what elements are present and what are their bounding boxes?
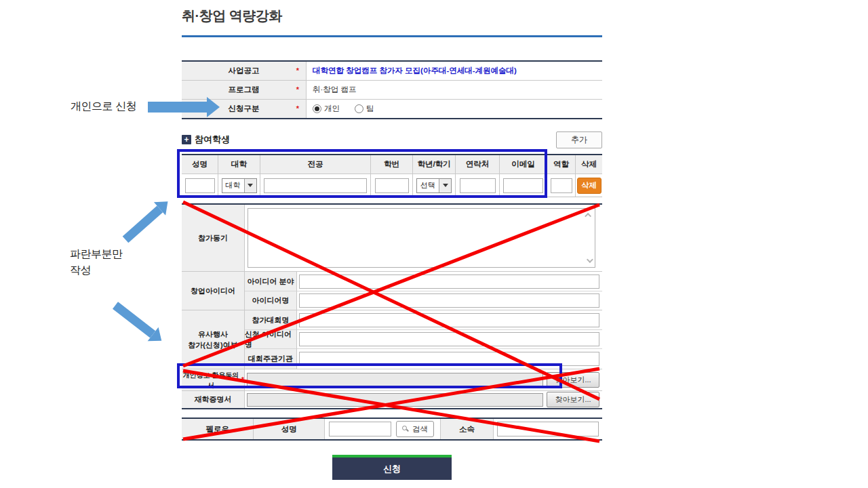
privacy-consent-file-input[interactable] [247, 373, 543, 388]
privacy-browse-button[interactable]: 찾아보기... [547, 372, 599, 388]
privacy-consent-row: 개인정보 활용동의서 * 찾아보기... [182, 369, 602, 390]
enrollment-cert-label: 재학증명서 [182, 391, 245, 408]
add-student-button[interactable]: 추가 [556, 131, 602, 148]
note-apply-as-individual: 개인으로 신청 [71, 100, 136, 114]
student-major-input[interactable] [264, 178, 367, 193]
student-id-cell [370, 174, 412, 197]
student-name-input[interactable] [185, 178, 215, 193]
university-select-value: 대학 [222, 179, 244, 192]
startup-idea-group: 창업아이디어 아이디어 분야 아이디어명 [182, 271, 602, 310]
motivation-textarea[interactable] [248, 208, 595, 268]
university-cell: 대학 [218, 174, 260, 197]
col-header-major: 전공 [260, 155, 370, 174]
student-email-input[interactable] [503, 178, 543, 193]
year-semester-cell: 선택 [412, 174, 455, 197]
idea-field-content [297, 272, 602, 291]
search-icon [402, 426, 410, 433]
col-header-student-id: 학번 [370, 155, 412, 174]
student-id-input[interactable] [375, 178, 409, 193]
info-row-program: 프로그램 * 취·창업 캠프 [182, 80, 602, 99]
col-header-role: 역할 [547, 155, 575, 174]
radio-team-label: 팀 [366, 104, 374, 114]
motivation-row: 참가동기 [182, 205, 602, 271]
apply-type-value-cell: 개인 팀 [307, 100, 602, 118]
announcement-link[interactable]: 대학연합 창업캠프 참가자 모집(아주대-연세대-계원예술대) [313, 66, 517, 76]
announcement-label-cell: 사업공고 * [182, 62, 307, 80]
student-contact-input[interactable] [460, 178, 496, 193]
chevron-up-icon [585, 213, 591, 220]
major-cell [260, 174, 370, 197]
students-section-heading: + 참여학생 [182, 134, 230, 146]
students-header-row: 성명 대학 전공 학번 학년/학기 연락처 이메일 역할 삭제 [182, 155, 602, 174]
privacy-consent-label-cell: 개인정보 활용동의서 * [182, 369, 245, 390]
arrow-shaft [123, 205, 163, 243]
year-semester-select[interactable]: 선택 [416, 178, 452, 193]
announcement-value-cell: 대학연합 창업캠프 참가자 모집(아주대-연세대-계원예술대) [307, 62, 602, 80]
idea-field-input[interactable] [299, 274, 599, 289]
col-header-university: 대학 [218, 155, 260, 174]
fellow-affiliation-label: 소속 [441, 419, 494, 439]
university-select[interactable]: 대학 [222, 178, 257, 193]
contest-name-input[interactable] [299, 313, 599, 327]
apply-type-label-cell: 신청구분 * [182, 100, 307, 118]
idea-name-label: 아이디어명 [245, 291, 297, 310]
fellow-search-button[interactable]: 검색 [396, 421, 434, 437]
contest-name-content [297, 310, 602, 329]
chevron-down-icon [587, 256, 593, 263]
scroll-down-arrow-icon[interactable] [585, 257, 593, 264]
fellow-name-input[interactable] [329, 422, 391, 436]
note-fill-blue-line1: 파란부분만 [70, 246, 123, 262]
radio-dot [315, 106, 319, 111]
idea-name-content [297, 291, 602, 310]
email-cell [499, 174, 547, 197]
host-org-content [297, 348, 602, 369]
idea-name-input[interactable] [299, 293, 599, 308]
select-arrow-icon [439, 179, 451, 192]
required-asterisk: * [296, 104, 299, 113]
host-org-input[interactable] [299, 352, 599, 366]
required-asterisk: * [296, 85, 299, 94]
select-arrow-icon [244, 179, 256, 192]
fellow-table: 펠로우 성명 검색 소속 [182, 418, 602, 441]
submit-button[interactable]: 신청 [332, 455, 452, 480]
page-title: 취·창업 역량강화 [182, 7, 282, 25]
info-row-apply-type: 신청구분 * 개인 팀 [182, 99, 602, 118]
page-canvas: 취·창업 역량강화 사업공고 * 대학연합 창업캠프 참가자 모집(아주대-연세… [0, 0, 868, 488]
contact-cell [455, 174, 499, 197]
col-header-name: 성명 [182, 155, 218, 174]
application-info-table: 사업공고 * 대학연합 창업캠프 참가자 모집(아주대-연세대-계원예술대) 프… [182, 60, 602, 119]
startup-idea-label: 창업아이디어 [182, 272, 245, 310]
info-row-announcement: 사업공고 * 대학연합 창업캠프 참가자 모집(아주대-연세대-계원예술대) [182, 62, 602, 80]
applied-idea-input[interactable] [299, 332, 599, 346]
fellow-affiliation-zone [494, 419, 602, 439]
similar-event-group: 유사행사 참가(신청)여부 참가대회명 신청 아이디어명 대회주관기관 [182, 310, 602, 369]
student-role-input[interactable] [551, 178, 572, 193]
enrollment-browse-button[interactable]: 찾아보기... [547, 392, 599, 407]
chevron-down-icon [443, 184, 448, 190]
year-semester-select-value: 선택 [417, 179, 439, 192]
applied-idea-label: 신청 아이디어명 [245, 329, 297, 348]
fellow-name-label: 성명 [254, 419, 325, 439]
arrow-shaft [113, 302, 155, 338]
col-header-contact: 연락처 [455, 155, 499, 174]
motivation-content [245, 205, 602, 271]
enrollment-cert-row: 재학증명서 찾아보기... [182, 390, 602, 408]
applied-idea-content [297, 329, 602, 348]
role-cell [547, 174, 575, 197]
required-asterisk: * [241, 374, 244, 386]
name-cell [182, 174, 218, 197]
fellow-affiliation-input[interactable] [497, 422, 599, 436]
student-input-row: 대학 선택 삭제 [182, 174, 602, 197]
enrollment-cert-filecell: 찾아보기... [245, 391, 602, 408]
arrow-head [148, 327, 167, 348]
col-header-year-semester: 학년/학기 [412, 155, 455, 174]
similar-event-label: 유사행사 참가(신청)여부 [182, 310, 245, 369]
radio-team[interactable] [355, 104, 363, 113]
delete-student-button[interactable]: 삭제 [577, 178, 601, 194]
radio-individual[interactable] [313, 104, 321, 113]
scroll-up-arrow-icon[interactable] [585, 211, 593, 219]
motivation-label: 참가동기 [182, 205, 245, 271]
students-section-title: 참여학생 [195, 134, 230, 146]
enrollment-cert-file-input[interactable] [247, 393, 543, 407]
apply-type-label: 신청구분 [229, 104, 260, 114]
